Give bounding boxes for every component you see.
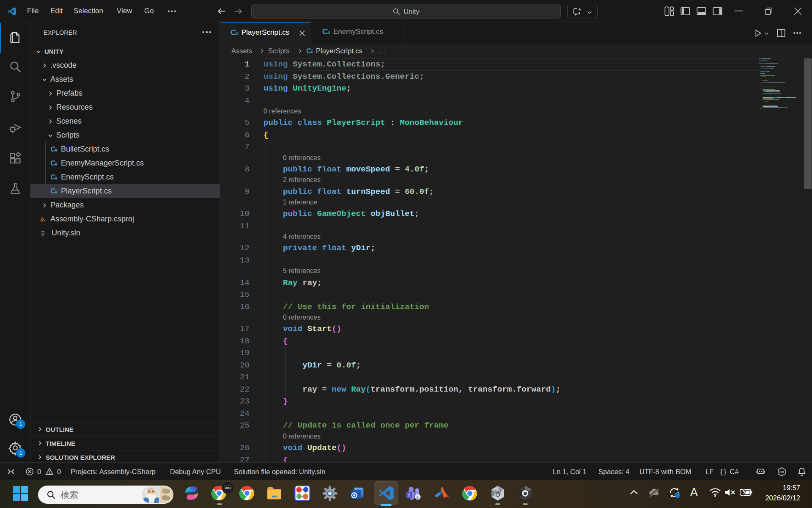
svg-text:T: T bbox=[408, 492, 411, 497]
svg-text:あ: あ bbox=[416, 495, 420, 499]
svg-text:C#: C# bbox=[779, 470, 784, 474]
